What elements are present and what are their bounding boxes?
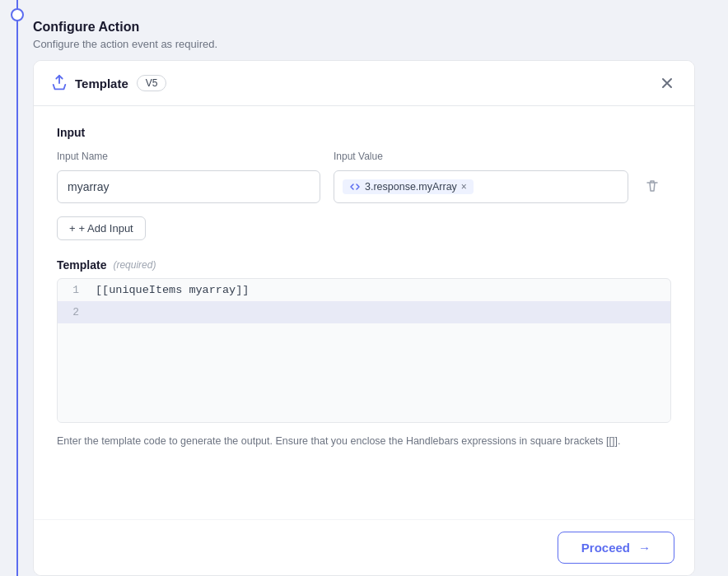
proceed-label: Proceed [581, 541, 630, 555]
template-label-row: Template (required) [57, 258, 671, 272]
code-line-1: 1 [[uniqueItems myarray]] [58, 279, 670, 301]
card-body: Input Input Name Input Value [34, 106, 694, 519]
tag-remove-button[interactable]: × [461, 181, 467, 193]
version-badge: V5 [137, 75, 167, 91]
col-name-label: Input Name [57, 151, 320, 162]
input-column-headers: Input Name Input Value [57, 151, 671, 167]
side-circle [11, 8, 24, 21]
line-content-2 [87, 301, 670, 323]
delete-input-button[interactable] [642, 175, 663, 197]
input-section-label: Input [57, 126, 671, 139]
input-name-field[interactable] [57, 170, 320, 203]
col-value-label: Input Value [334, 151, 628, 162]
code-line-2: 2 [58, 301, 670, 323]
add-input-plus: + [69, 222, 76, 235]
input-value-wrapper[interactable]: 3.response.myArray × [334, 170, 628, 203]
tag-code-icon [349, 181, 361, 193]
required-label: (required) [113, 259, 156, 271]
close-button[interactable] [656, 72, 678, 94]
input-value-tag: 3.response.myArray × [343, 179, 474, 194]
line-number-2: 2 [58, 301, 87, 323]
proceed-button[interactable]: Proceed → [558, 532, 674, 564]
add-input-label: + Add Input [79, 222, 133, 235]
input-row: 3.response.myArray × [57, 170, 671, 203]
code-editor[interactable]: 1 [[uniqueItems myarray]] 2 [57, 278, 671, 423]
card-footer: Proceed → [34, 519, 694, 575]
line-number-1: 1 [58, 279, 87, 301]
proceed-arrow-icon: → [638, 541, 651, 555]
code-empty-area[interactable] [58, 323, 670, 422]
side-line [16, 0, 18, 576]
line-content-1: [[uniqueItems myarray]] [87, 279, 670, 301]
template-hint: Enter the template code to generate the … [57, 433, 671, 449]
template-section: Template (required) 1 [[uniqueItems myar… [57, 258, 671, 449]
card-title: Template [75, 77, 128, 91]
page-subtitle: Configure the action event as required. [33, 38, 695, 50]
configure-card: Template V5 Input Input Name [33, 60, 695, 576]
template-section-label: Template [57, 258, 106, 272]
tag-text: 3.response.myArray [365, 181, 457, 193]
page-title: Configure Action [33, 20, 695, 35]
add-input-button[interactable]: + + Add Input [57, 216, 146, 240]
card-header: Template V5 [34, 61, 694, 106]
template-icon [50, 74, 68, 92]
